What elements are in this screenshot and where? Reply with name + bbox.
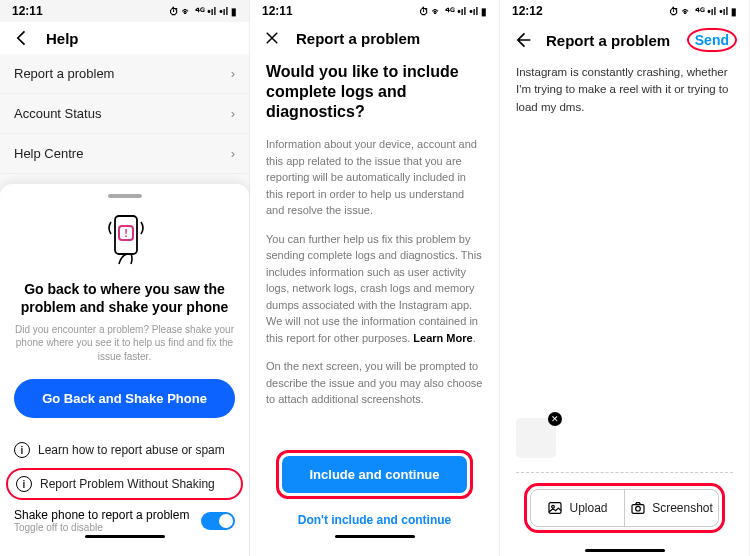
chevron-right-icon: ›	[231, 66, 235, 81]
dont-include-link[interactable]: Don't include and continue	[276, 507, 473, 533]
problem-description-input[interactable]: Instagram is constantly crashing, whethe…	[516, 64, 733, 116]
logs-paragraph-1: Information about your device, account a…	[266, 136, 483, 219]
svg-point-6	[636, 506, 641, 511]
report-without-shaking-row[interactable]: i Report Problem Without Shaking	[6, 468, 243, 500]
divider	[516, 472, 733, 473]
screen-report-logs: 12:11 ⏱ ᯤ ⁴ᴳ •ıl •ıl ▮ Report a problem …	[250, 0, 500, 556]
list-item-account-status[interactable]: Account Status›	[0, 94, 249, 134]
close-icon[interactable]	[262, 28, 282, 48]
screen-report-compose: 12:12 ⏱ ᯤ ⁴ᴳ •ıl •ıl ▮ Report a problem …	[500, 0, 750, 556]
status-bar: 12:12 ⏱ ᯤ ⁴ᴳ •ıl •ıl ▮	[500, 0, 749, 22]
footer: Include and continue Don't include and c…	[266, 450, 483, 556]
list-item-help-centre[interactable]: Help Centre›	[0, 134, 249, 174]
list-item-label: Account Status	[14, 106, 101, 121]
remove-attachment-icon[interactable]: ✕	[548, 412, 562, 426]
highlight-include: Include and continue	[276, 450, 473, 499]
chevron-right-icon: ›	[231, 106, 235, 121]
include-continue-button[interactable]: Include and continue	[282, 456, 467, 493]
info-icon: i	[16, 476, 32, 492]
send-button[interactable]: Send	[687, 28, 737, 52]
home-indicator	[585, 549, 665, 552]
logs-paragraph-2: You can further help us fix this problem…	[266, 231, 483, 347]
upload-button[interactable]: Upload	[531, 490, 624, 526]
svg-text:!: !	[124, 227, 128, 239]
bottom-sheet: ! Go back to where you saw the problem a…	[0, 184, 249, 556]
attachments-row: ✕	[516, 418, 733, 468]
home-indicator	[85, 535, 165, 538]
logs-heading: Would you like to include complete logs …	[266, 62, 483, 122]
sheet-subtext: Did you encounter a problem? Please shak…	[14, 323, 235, 364]
header: Report a problem	[250, 22, 499, 54]
toggle-sublabel: Toggle off to disable	[14, 522, 189, 533]
status-icons: ⏱ ᯤ ⁴ᴳ •ıl •ıl ▮	[669, 6, 737, 17]
camera-icon	[630, 500, 646, 516]
list-item-label: Report a problem	[14, 66, 114, 81]
attachment-thumb[interactable]: ✕	[516, 418, 556, 458]
page-title: Report a problem	[546, 32, 670, 49]
home-indicator	[335, 535, 415, 538]
status-icons: ⏱ ᯤ ⁴ᴳ •ıl •ıl ▮	[419, 6, 487, 17]
svg-rect-3	[549, 503, 561, 514]
status-bar: 12:11 ⏱ ᯤ ⁴ᴳ •ıl •ıl ▮	[0, 0, 249, 22]
back-arrow-icon[interactable]	[512, 30, 532, 50]
image-icon	[547, 500, 563, 516]
page-title: Help	[46, 30, 79, 47]
shake-phone-illustration: !	[95, 208, 155, 268]
screen-help: 12:11 ⏱ ᯤ ⁴ᴳ •ıl •ıl ▮ Help Report a pro…	[0, 0, 250, 556]
page-title: Report a problem	[296, 30, 420, 47]
status-bar: 12:11 ⏱ ᯤ ⁴ᴳ •ıl •ıl ▮	[250, 0, 499, 22]
svg-point-4	[552, 505, 555, 508]
shake-toggle[interactable]	[201, 512, 235, 530]
back-arrow-icon[interactable]	[12, 28, 32, 48]
body: Instagram is constantly crashing, whethe…	[500, 58, 749, 556]
header: Report a problem Send	[500, 22, 749, 58]
list-item-label: Help Centre	[14, 146, 83, 161]
learn-report-abuse-row[interactable]: i Learn how to report abuse or spam	[14, 432, 235, 468]
row-label: Learn how to report abuse or spam	[38, 443, 225, 457]
screenshot-button[interactable]: Screenshot	[624, 490, 718, 526]
status-icons: ⏱ ᯤ ⁴ᴳ •ıl •ıl ▮	[169, 6, 237, 17]
button-label: Upload	[569, 501, 607, 515]
status-time: 12:11	[12, 4, 43, 18]
sheet-grabber[interactable]	[108, 194, 142, 198]
attach-bar: Upload Screenshot	[530, 489, 719, 527]
learn-more-link[interactable]: Learn More	[413, 332, 472, 344]
body: Would you like to include complete logs …	[250, 54, 499, 556]
go-back-shake-button[interactable]: Go Back and Shake Phone	[14, 379, 235, 418]
shake-toggle-row: Shake phone to report a problem Toggle o…	[14, 500, 235, 533]
row-label: Report Problem Without Shaking	[40, 477, 215, 491]
status-time: 12:11	[262, 4, 293, 18]
logs-paragraph-3: On the next screen, you will be prompted…	[266, 358, 483, 408]
button-label: Screenshot	[652, 501, 713, 515]
status-time: 12:12	[512, 4, 543, 18]
list-item-report[interactable]: Report a problem›	[0, 54, 249, 94]
highlight-attach-bar: Upload Screenshot	[524, 483, 725, 533]
chevron-right-icon: ›	[231, 146, 235, 161]
info-icon: i	[14, 442, 30, 458]
toggle-label: Shake phone to report a problem	[14, 508, 189, 522]
sheet-heading: Go back to where you saw the problem and…	[20, 280, 229, 316]
header: Help	[0, 22, 249, 54]
